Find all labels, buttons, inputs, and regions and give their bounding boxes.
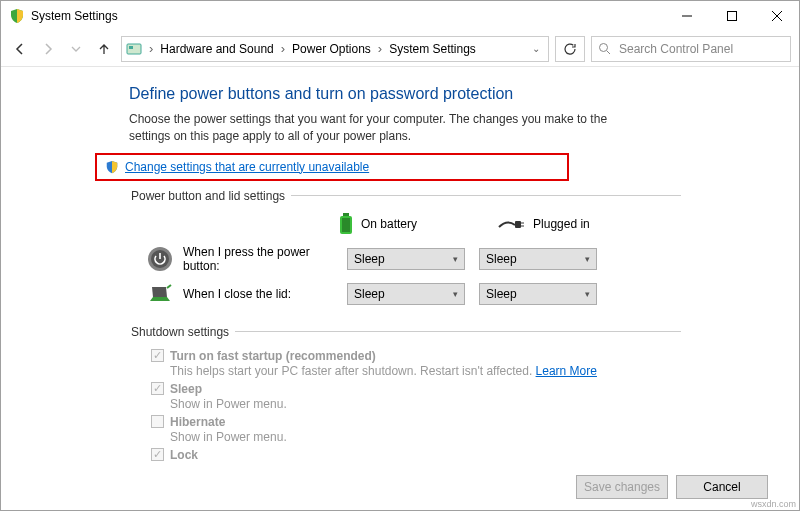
svg-rect-0 [727,12,736,21]
page-heading: Define power buttons and turn on passwor… [129,85,681,103]
search-box[interactable] [591,36,791,62]
group-legend: Shutdown settings [129,325,235,339]
power-button-lid-group: Power button and lid settings On battery… [129,189,681,315]
column-plugged-in: Plugged in [497,213,590,235]
checkbox-sleep: ✓ [151,382,164,395]
checkbox-label: Lock [170,448,198,462]
plug-icon [497,217,525,231]
row-label: When I press the power button: [183,245,347,273]
svg-rect-2 [129,46,133,49]
search-icon [598,42,611,55]
svg-rect-4 [343,213,349,216]
up-button[interactable] [93,38,115,60]
chevron-down-icon: ▾ [453,289,458,299]
option-fast-startup: ✓ Turn on fast startup (recommended) Thi… [151,349,681,378]
breadcrumb-power-options[interactable]: Power Options [292,42,371,56]
option-subtext: This helps start your PC faster after sh… [170,364,681,378]
select-lid-battery[interactable]: Sleep▾ [347,283,465,305]
svg-rect-7 [515,221,521,228]
battery-icon [339,213,353,235]
minimize-button[interactable] [664,1,709,31]
back-button[interactable] [9,38,31,60]
checkbox-lock: ✓ [151,448,164,461]
chevron-right-icon [375,41,385,56]
shield-icon [9,8,25,24]
power-button-icon [147,246,173,272]
chevron-right-icon [146,41,156,56]
select-lid-plugged[interactable]: Sleep▾ [479,283,597,305]
change-settings-link[interactable]: Change settings that are currently unava… [125,160,369,174]
forward-button[interactable] [37,38,59,60]
chevron-right-icon [278,41,288,56]
option-sleep: ✓ Sleep Show in Power menu. [151,382,681,411]
window-title: System Settings [31,9,664,23]
chevron-down-icon[interactable]: ⌄ [532,43,544,54]
column-label: On battery [361,217,417,231]
checkbox-label: Turn on fast startup (recommended) [170,349,376,363]
group-legend: Power button and lid settings [129,189,291,203]
select-power-plugged[interactable]: Sleep▾ [479,248,597,270]
chevron-down-icon: ▾ [585,289,590,299]
save-button: Save changes [576,475,668,499]
option-subtext: Show in Power menu. [170,430,681,444]
recent-dropdown-icon[interactable] [65,38,87,60]
checkbox-label: Hibernate [170,415,225,429]
laptop-lid-icon [147,281,173,307]
chevron-down-icon: ▾ [585,254,590,264]
svg-rect-6 [342,218,350,232]
close-button[interactable] [754,1,799,31]
breadcrumb-system-settings[interactable]: System Settings [389,42,476,56]
footer-buttons: Save changes Cancel [576,475,768,499]
change-settings-highlight: Change settings that are currently unava… [95,153,569,181]
shutdown-settings-group: Shutdown settings ✓ Turn on fast startup… [129,325,681,462]
uac-shield-icon [105,160,119,174]
nav-bar: Hardware and Sound Power Options System … [1,31,799,67]
row-close-lid: When I close the lid: Sleep▾ Sleep▾ [129,281,681,307]
checkbox-label: Sleep [170,382,202,396]
select-power-battery[interactable]: Sleep▾ [347,248,465,270]
search-input[interactable] [617,41,784,57]
row-label: When I close the lid: [183,287,347,301]
chevron-down-icon: ▾ [453,254,458,264]
learn-more-link[interactable]: Learn More [536,364,597,378]
cancel-button[interactable]: Cancel [676,475,768,499]
watermark: wsxdn.com [751,499,796,509]
breadcrumb-hardware[interactable]: Hardware and Sound [160,42,273,56]
control-panel-icon [126,41,142,57]
option-lock: ✓ Lock [151,448,681,462]
column-on-battery: On battery [339,213,417,235]
row-power-button: When I press the power button: Sleep▾ Sl… [129,245,681,273]
page-description: Choose the power settings that you want … [129,111,649,145]
column-label: Plugged in [533,217,590,231]
title-bar: System Settings [1,1,799,31]
refresh-button[interactable] [555,36,585,62]
svg-point-3 [600,44,608,52]
address-bar[interactable]: Hardware and Sound Power Options System … [121,36,549,62]
checkbox-fast-startup: ✓ [151,349,164,362]
content-area: Define power buttons and turn on passwor… [1,67,681,462]
maximize-button[interactable] [709,1,754,31]
checkbox-hibernate [151,415,164,428]
option-subtext: Show in Power menu. [170,397,681,411]
option-hibernate: Hibernate Show in Power menu. [151,415,681,444]
